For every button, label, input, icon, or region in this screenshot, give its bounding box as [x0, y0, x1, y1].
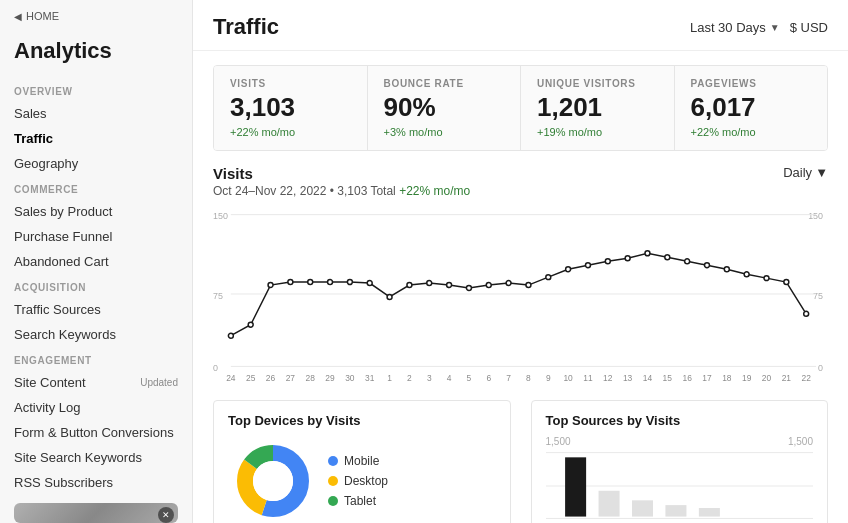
chart-dot: [526, 282, 531, 287]
visits-chart-svg: 150 150 75 75 0 0: [213, 204, 828, 384]
sidebar-item-activity-log[interactable]: Activity Log: [0, 395, 192, 420]
chart-dot: [566, 266, 571, 271]
stats-row: VISITS 3,103 +22% mo/mo BOUNCE RATE 90% …: [213, 65, 828, 151]
devices-legend: Mobile Desktop Tablet: [328, 454, 388, 508]
chart-dot: [625, 255, 630, 260]
y-label-bottom-right: 0: [818, 363, 823, 373]
page-title: Traffic: [213, 14, 279, 40]
bottom-row: Top Devices by Visits: [213, 400, 828, 523]
sidebar-item-form-button[interactable]: Form & Button Conversions: [0, 420, 192, 445]
sidebar-promo-image: ✕: [14, 503, 178, 523]
stat-card-3: PAGEVIEWS 6,017 +22% mo/mo: [675, 66, 828, 150]
sidebar-sections: OVERVIEWSalesTrafficGeographyCOMMERCESal…: [0, 78, 192, 495]
chart-dot: [764, 275, 769, 280]
svg-text:4: 4: [447, 373, 452, 383]
chart-controls[interactable]: Daily ▼: [783, 165, 828, 180]
chart-dot: [387, 294, 392, 299]
stat-card-0: VISITS 3,103 +22% mo/mo: [214, 66, 368, 150]
sidebar-item-sales-by-product[interactable]: Sales by Product: [0, 199, 192, 224]
chart-dot: [784, 279, 789, 284]
chart-dot: [665, 254, 670, 259]
chart-title-group: Visits Oct 24–Nov 22, 2022 • 3,103 Total…: [213, 165, 470, 198]
stat-value-0: 3,103: [230, 93, 351, 122]
svg-text:19: 19: [742, 373, 752, 383]
chart-dot: [466, 285, 471, 290]
desktop-dot: [328, 476, 338, 486]
chart-header: Visits Oct 24–Nov 22, 2022 • 3,103 Total…: [213, 165, 828, 198]
stat-value-2: 1,201: [537, 93, 658, 122]
y-label-top-right: 150: [808, 210, 823, 220]
home-label: HOME: [26, 10, 59, 22]
chart-dot: [288, 279, 293, 284]
chart-dot: [328, 279, 333, 284]
sidebar-item-site-search[interactable]: Site Search Keywords: [0, 445, 192, 470]
currency-selector[interactable]: $ USD: [790, 20, 828, 35]
svg-text:7: 7: [506, 373, 511, 383]
svg-text:3: 3: [427, 373, 432, 383]
sources-bar-chart: [546, 451, 814, 521]
sidebar-item-site-content[interactable]: Site ContentUpdated: [0, 370, 192, 395]
svg-text:9: 9: [546, 373, 551, 383]
svg-text:10: 10: [563, 373, 573, 383]
sidebar-item-rss[interactable]: RSS Subscribers: [0, 470, 192, 495]
svg-text:11: 11: [583, 373, 593, 383]
sidebar-item-sales[interactable]: Sales: [0, 101, 192, 126]
svg-text:28: 28: [306, 373, 316, 383]
sidebar-item-label: Purchase Funnel: [14, 229, 112, 244]
stat-change-1: +3% mo/mo: [384, 126, 505, 138]
chart-dot: [585, 262, 590, 267]
sidebar-item-search-keywords[interactable]: Search Keywords: [0, 322, 192, 347]
currency-label: $ USD: [790, 20, 828, 35]
y-label-bottom: 0: [213, 363, 218, 373]
sidebar-item-abandoned-cart[interactable]: Abandoned Cart: [0, 249, 192, 274]
svg-text:22: 22: [801, 373, 811, 383]
chart-dot: [308, 279, 313, 284]
chart-dot: [228, 333, 233, 338]
stat-change-2: +19% mo/mo: [537, 126, 658, 138]
stat-card-2: UNIQUE VISITORS 1,201 +19% mo/mo: [521, 66, 675, 150]
sidebar-item-traffic[interactable]: Traffic: [0, 126, 192, 151]
chart-dot: [268, 282, 273, 287]
chart-interval-selector[interactable]: Daily ▼: [783, 165, 828, 180]
sidebar-item-label: Search Keywords: [14, 327, 116, 342]
svg-text:Oct: Oct: [231, 383, 245, 384]
svg-text:20: 20: [762, 373, 772, 383]
stat-card-1: BOUNCE RATE 90% +3% mo/mo: [368, 66, 522, 150]
devices-title: Top Devices by Visits: [228, 413, 496, 428]
bar-2: [598, 490, 619, 516]
svg-text:6: 6: [486, 373, 491, 383]
chart-dot: [347, 279, 352, 284]
svg-text:24: 24: [226, 373, 236, 383]
close-promo-icon[interactable]: ✕: [158, 507, 174, 523]
svg-text:2: 2: [407, 373, 412, 383]
sidebar-item-label: Sales by Product: [14, 204, 112, 219]
legend-desktop: Desktop: [328, 474, 388, 488]
svg-text:12: 12: [603, 373, 613, 383]
stat-label-0: VISITS: [230, 78, 351, 89]
home-link[interactable]: ◀ HOME: [0, 0, 192, 30]
date-range-picker[interactable]: Last 30 Days ▼: [690, 20, 780, 35]
sidebar-item-traffic-sources[interactable]: Traffic Sources: [0, 297, 192, 322]
svg-text:18: 18: [722, 373, 732, 383]
svg-text:8: 8: [526, 373, 531, 383]
chevron-down-icon: ▼: [770, 22, 780, 33]
chart-dot: [546, 274, 551, 279]
chart-section: Visits Oct 24–Nov 22, 2022 • 3,103 Total…: [213, 165, 828, 384]
sidebar: ◀ HOME Analytics OVERVIEWSalesTrafficGeo…: [0, 0, 193, 523]
chart-title: Visits: [213, 165, 470, 182]
sidebar-item-geography[interactable]: Geography: [0, 151, 192, 176]
tablet-dot: [328, 496, 338, 506]
stat-change-0: +22% mo/mo: [230, 126, 351, 138]
stat-value-1: 90%: [384, 93, 505, 122]
sidebar-item-purchase-funnel[interactable]: Purchase Funnel: [0, 224, 192, 249]
stat-value-3: 6,017: [691, 93, 812, 122]
devices-content: Mobile Desktop Tablet: [228, 436, 496, 523]
legend-tablet: Tablet: [328, 494, 388, 508]
stat-label-2: UNIQUE VISITORS: [537, 78, 658, 89]
main-header: Traffic Last 30 Days ▼ $ USD: [193, 0, 848, 51]
svg-text:27: 27: [286, 373, 296, 383]
sidebar-section-label: OVERVIEW: [0, 78, 192, 101]
y-label-mid-right: 75: [813, 291, 823, 301]
donut-inner: [253, 461, 293, 501]
bar-1: [565, 457, 586, 516]
